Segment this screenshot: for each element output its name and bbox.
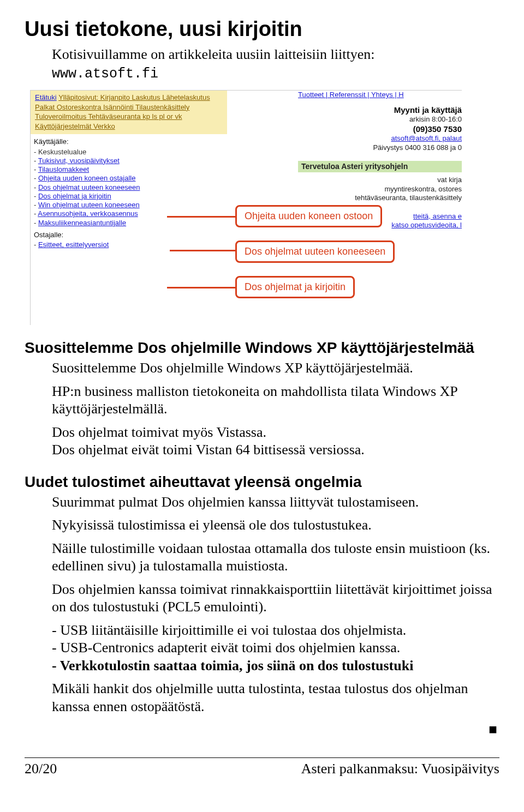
frag-text: tehtäväseuranta, tilaustenkäsittely	[298, 194, 462, 202]
sidebar-yellow-nav: Etätuki Ylläpitosivut: Kirjanpito Laskut…	[31, 91, 227, 134]
paragraph: - USB-Centronics adapterit eivät toimi d…	[52, 639, 499, 657]
paragraph: Suurimmat pulmat Dos ohjelmien kanssa li…	[52, 494, 499, 512]
paragraph: - USB liitäntäisille kirjoittimille ei v…	[52, 622, 499, 640]
contact-phone: (09)350 7530	[298, 124, 462, 135]
list-item[interactable]: Asennusohjeita, verkkoasennus	[38, 209, 138, 218]
frag-text: myyntireskontra, ostores	[298, 185, 462, 194]
list-item[interactable]: Keskustelualue	[38, 148, 86, 156]
list-item[interactable]: Maksuliikenneasiantuntijalle	[38, 219, 126, 227]
page-footer: 20/20 Asteri palkanmaksu: Vuosipäivitys	[25, 757, 499, 778]
buyer-section-header: Ostajalle:	[34, 231, 227, 239]
yellow-nav-links[interactable]: Ylläpitosivut: Kirjanpito Laskutus Lähet…	[35, 93, 210, 130]
paragraph: HP:n business malliston tietokoneita on …	[52, 383, 499, 418]
frag-link[interactable]: katso opetusvideoita, l	[391, 221, 462, 229]
contact-hours: arkisin 8:00-16:0	[298, 115, 462, 124]
paragraph: Dos ohjelmat toimivat myös Vistassa.	[52, 424, 499, 442]
paragraph: Suosittelemme Dos ohjelmille Windows XP …	[52, 359, 499, 377]
frag-link[interactable]: tteitä, asenna e	[413, 212, 462, 220]
contact-heading: Myynti ja käyttäjä	[298, 105, 462, 116]
paragraph: Näille tulostimille voidaan tulostaa ott…	[52, 540, 499, 575]
callout-3: Dos ohjelmat ja kirjoitin	[235, 276, 355, 298]
section-heading-2: Uudet tulostimet aiheuttavat yleensä ong…	[25, 472, 499, 491]
callout-2: Dos ohjelmat uuteen koneeseen	[235, 240, 395, 263]
contact-oncall: Päivystys 0400 316 088 ja 0	[298, 143, 462, 152]
user-link-list: Keskustelualue Tukisivut, vuosipäivityks…	[34, 148, 227, 227]
frag-text: vat kirja	[298, 176, 462, 184]
website-screenshot: Etätuki Ylläpitosivut: Kirjanpito Laskut…	[30, 90, 462, 325]
list-item[interactable]: Tukisivut, vuosipäivitykset	[38, 157, 120, 165]
end-mark: ■	[25, 721, 497, 739]
page-title: Uusi tietokone, uusi kirjoitin	[25, 16, 499, 43]
paragraph: - Verkkotulostin saattaa toimia, jos sii…	[52, 657, 499, 675]
paragraph: Dos ohjelmat eivät toimi Vistan 64 bitti…	[52, 441, 499, 459]
section-1-body: Suosittelemme Dos ohjelmille Windows XP …	[52, 359, 499, 459]
list-item[interactable]: Dos ohjelmat ja kirjoitin	[38, 192, 111, 200]
section-heading-1: Suosittelemme Dos ohjelmille Windows XP …	[25, 338, 499, 357]
list-item[interactable]: Dos ohjelmat uuteen koneeseen	[38, 183, 140, 191]
paragraph: Mikäli hankit dos ohjelmille uutta tulos…	[52, 680, 499, 715]
list-item[interactable]: Win ohjelmat uuteen koneeseen	[38, 201, 140, 209]
user-section-header: Käyttäjälle:	[34, 137, 227, 146]
paragraph: Nykyisissä tulostimissa ei yleensä ole d…	[52, 516, 499, 534]
paragraph: Dos ohjelmien kanssa toimivat rinnakkais…	[52, 581, 499, 616]
list-item[interactable]: Esitteet, esittelyversiot	[38, 240, 109, 249]
contact-email[interactable]: atsoft@atsoft.fi, palaut	[391, 134, 462, 142]
intro-text: Kotisivuillamme on artikkeleita uusiin l…	[52, 46, 499, 64]
section-2-body: Suurimmat pulmat Dos ohjelmien kanssa li…	[52, 494, 499, 716]
welcome-banner: Tervetuloa Asteri yritysohjeln	[298, 161, 462, 173]
callout-1: Ohjeita uuden koneen ostoon	[235, 205, 382, 227]
footer-page-number: 20/20	[25, 760, 57, 778]
top-nav[interactable]: Tuotteet | Referenssit | Yhteys | H	[298, 91, 462, 99]
intro-url: www.atsoft.fi	[52, 65, 499, 82]
list-item[interactable]: Ohjeita uuden koneen ostajalle	[38, 174, 136, 182]
list-item[interactable]: Tilauslomakkeet	[38, 165, 89, 173]
etatuki-link[interactable]: Etätuki	[35, 93, 57, 101]
footer-doc-title: Asteri palkanmaksu: Vuosipäivitys	[301, 760, 499, 778]
